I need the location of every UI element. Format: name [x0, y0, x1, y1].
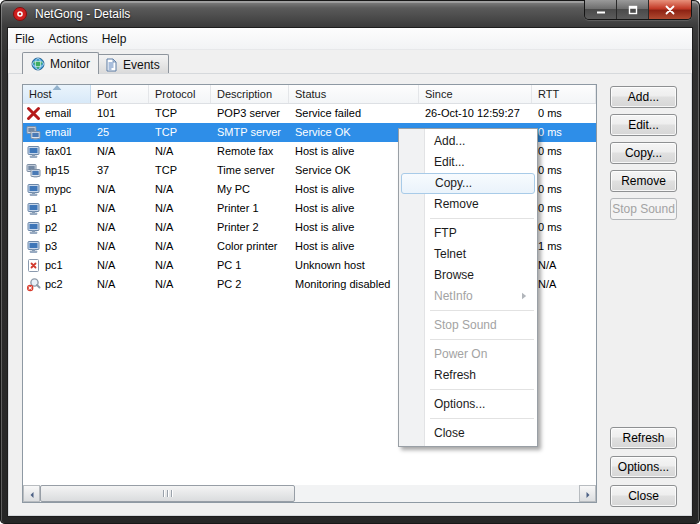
host-label: hp15: [45, 161, 69, 180]
cell-protocol: N/A: [149, 237, 211, 256]
context-menu-item-close[interactable]: Close: [401, 423, 535, 444]
scrollbar-thumb[interactable]: [40, 485, 295, 502]
app-icon: [12, 6, 28, 22]
cell-protocol: TCP: [149, 104, 211, 123]
edit-button[interactable]: Edit...: [610, 114, 677, 136]
host-label: email: [45, 123, 71, 142]
menu-item-label: Remove: [434, 197, 479, 211]
copy-button[interactable]: Copy...: [610, 142, 677, 164]
context-menu-item-add[interactable]: Add...: [401, 131, 535, 152]
column-header-since[interactable]: Since: [419, 85, 532, 103]
context-menu-item-remove[interactable]: Remove: [401, 194, 535, 215]
cell-port: N/A: [91, 275, 149, 294]
context-menu-item-browse[interactable]: Browse: [401, 265, 535, 286]
cell-host: email: [23, 104, 91, 123]
column-header-protocol[interactable]: Protocol: [149, 85, 211, 103]
cell-protocol: TCP: [149, 123, 211, 142]
cell-protocol: TCP: [149, 161, 211, 180]
context-menu: Add...Edit...Copy...RemoveFTPTelnetBrows…: [398, 128, 538, 447]
menu-item-label: Close: [434, 426, 465, 440]
cell-rtt: 0 ms: [532, 123, 596, 142]
minimize-button[interactable]: [585, 0, 617, 19]
cell-rtt: 0 ms: [532, 218, 596, 237]
context-menu-item-options[interactable]: Options...: [401, 394, 535, 415]
menubar-item-file[interactable]: File: [8, 28, 41, 49]
add-button[interactable]: Add...: [610, 86, 677, 108]
horizontal-scrollbar[interactable]: [23, 485, 596, 502]
menubar-item-actions[interactable]: Actions: [41, 28, 94, 49]
menu-item-label: NetInfo: [434, 289, 473, 303]
cell-port: 37: [91, 161, 149, 180]
cell-host: p2: [23, 218, 91, 237]
menu-item-label: Copy...: [435, 176, 472, 190]
computer-icon: [26, 239, 41, 254]
menu-separator: [430, 339, 534, 340]
cell-description: Remote fax: [211, 142, 289, 161]
window-controls: [584, 0, 692, 20]
list-header: HostPortProtocolDescriptionStatusSinceRT…: [23, 85, 596, 104]
remove-button[interactable]: Remove: [610, 170, 677, 192]
refresh-button[interactable]: Refresh: [610, 427, 677, 449]
cell-protocol: N/A: [149, 180, 211, 199]
bottom-button-column: RefreshOptions...Close: [610, 427, 677, 507]
host-label: pc2: [45, 275, 63, 294]
menu-item-label: Browse: [434, 268, 474, 282]
table-row-email[interactable]: email101TCPPOP3 serverService failed26-O…: [23, 104, 596, 123]
cell-description: Printer 2: [211, 218, 289, 237]
monitoring-disabled-icon: [26, 277, 41, 292]
cell-rtt: N/A: [532, 256, 596, 275]
cell-since: 26-Oct-10 12:59:27: [419, 104, 532, 123]
cell-status: Service failed: [289, 104, 419, 123]
computer-icon: [26, 144, 41, 159]
cell-port: N/A: [91, 142, 149, 161]
context-menu-item-ftp[interactable]: FTP: [401, 223, 535, 244]
cell-protocol: N/A: [149, 199, 211, 218]
context-menu-item-stop-sound: Stop Sound: [401, 315, 535, 336]
window-title: NetGong - Details: [35, 7, 130, 21]
cell-description: My PC: [211, 180, 289, 199]
scrollbar-track[interactable]: [40, 485, 579, 502]
close-button[interactable]: [649, 0, 691, 19]
cell-description: Printer 1: [211, 199, 289, 218]
cell-host: pc1: [23, 256, 91, 275]
host-label: mypc: [45, 180, 71, 199]
close-button[interactable]: Close: [610, 485, 677, 507]
menu-item-label: Options...: [434, 397, 485, 411]
tab-label: Monitor: [50, 57, 90, 71]
cell-description: PC 1: [211, 256, 289, 275]
scroll-left-button[interactable]: [23, 485, 40, 502]
host-label: email: [45, 104, 71, 123]
column-header-status[interactable]: Status: [289, 85, 419, 103]
tab-label: Events: [123, 58, 160, 72]
cell-host: hp15: [23, 161, 91, 180]
maximize-icon: [628, 5, 638, 15]
service-failed-icon: [26, 106, 41, 121]
minimize-icon: [596, 5, 606, 15]
close-icon: [664, 4, 676, 16]
context-menu-item-refresh[interactable]: Refresh: [401, 365, 535, 386]
computer-icon: [26, 182, 41, 197]
column-header-port[interactable]: Port: [91, 85, 149, 103]
menubar-item-help[interactable]: Help: [95, 28, 134, 49]
context-menu-item-power-on: Power On: [401, 344, 535, 365]
title-bar[interactable]: NetGong - Details: [0, 0, 700, 28]
tab-events[interactable]: Events: [95, 54, 169, 74]
scroll-right-button[interactable]: [579, 485, 596, 502]
maximize-button[interactable]: [617, 0, 649, 19]
context-menu-item-edit[interactable]: Edit...: [401, 152, 535, 173]
cell-rtt: 0 ms: [532, 142, 596, 161]
cell-description: SMTP server: [211, 123, 289, 142]
column-header-host[interactable]: Host: [23, 85, 91, 103]
column-header-rtt[interactable]: RTT: [532, 85, 596, 103]
menu-item-label: Stop Sound: [434, 318, 497, 332]
cell-port: N/A: [91, 237, 149, 256]
options-button[interactable]: Options...: [610, 456, 677, 478]
column-header-description[interactable]: Description: [211, 85, 289, 103]
cell-port: N/A: [91, 199, 149, 218]
cell-description: Color printer: [211, 237, 289, 256]
host-label: p2: [45, 218, 57, 237]
menu-item-label: FTP: [434, 226, 457, 240]
tab-monitor[interactable]: Monitor: [22, 52, 99, 74]
context-menu-item-copy[interactable]: Copy...: [401, 173, 535, 194]
context-menu-item-telnet[interactable]: Telnet: [401, 244, 535, 265]
